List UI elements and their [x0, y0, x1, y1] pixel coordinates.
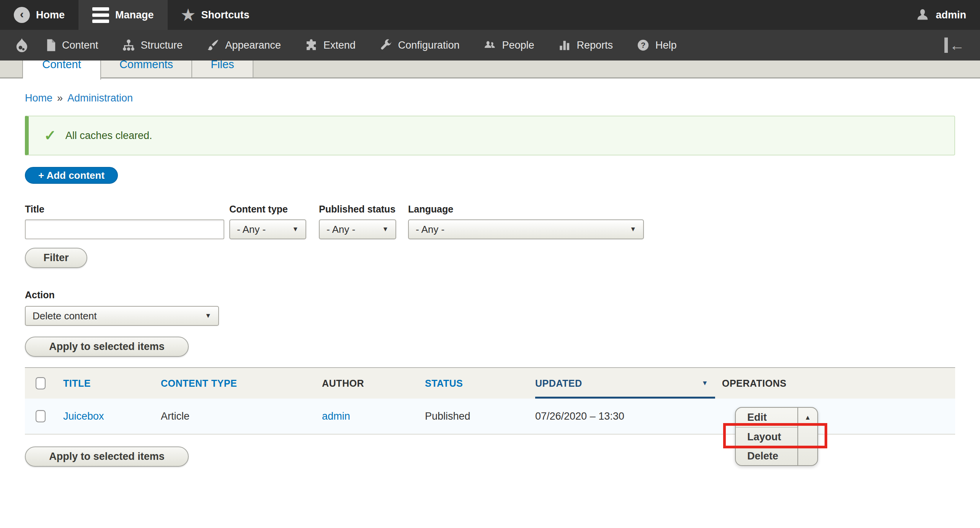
row-checkbox[interactable]: [36, 410, 46, 422]
table-header-status[interactable]: STATUS: [425, 378, 463, 389]
table-header-row: TITLE CONTENT TYPE AUTHOR STATUS UPDATED…: [25, 367, 955, 399]
menu-item-people[interactable]: People: [471, 30, 546, 60]
menu-item-label: Content: [62, 39, 98, 51]
action-label: Action: [25, 289, 955, 301]
content-type-filter-label: Content type: [229, 204, 306, 215]
apply-to-selected-button-bottom[interactable]: Apply to selected items: [25, 446, 189, 467]
tab-content[interactable]: Content: [23, 60, 101, 80]
toolbar-item-user[interactable]: admin: [901, 0, 980, 30]
menu-item-help[interactable]: ? Help: [625, 30, 689, 60]
table-header-operations: OPERATIONS: [722, 378, 786, 389]
operation-delete-button[interactable]: Delete: [736, 446, 797, 465]
menu-item-content[interactable]: Content: [34, 30, 110, 60]
tabbar-spacer: [0, 60, 23, 77]
menu-item-label: Extend: [323, 39, 356, 51]
operation-layout-button[interactable]: Layout: [736, 427, 797, 446]
menu-item-label: Appearance: [225, 39, 281, 51]
row-updated: 07/26/2020 – 13:30: [535, 410, 624, 422]
status-message: ✓ All caches cleared.: [25, 116, 955, 155]
operations-dropbutton: Edit Layout Delete ▲: [735, 407, 818, 466]
toolbar-manage-label: Manage: [115, 9, 154, 21]
title-filter-label: Title: [25, 204, 224, 215]
row-title-link[interactable]: Juicebox: [63, 410, 104, 422]
content-table: TITLE CONTENT TYPE AUTHOR STATUS UPDATED…: [25, 367, 955, 435]
row-author-link[interactable]: admin: [322, 410, 350, 422]
apply-to-selected-button-top[interactable]: Apply to selected items: [25, 337, 189, 357]
structure-sitemap-icon: [122, 39, 135, 52]
filter-form: Title Content type - Any - Published sta…: [25, 204, 955, 239]
toolbar-collapse-icon[interactable]: ←: [939, 38, 970, 53]
svg-text:?: ?: [641, 41, 645, 49]
drupal-logo-icon: [15, 37, 28, 53]
table-row: Juicebox Article admin Published 07/26/2…: [25, 399, 955, 435]
language-filter-label: Language: [408, 204, 644, 215]
row-status: Published: [425, 410, 470, 422]
toolbar-item-manage[interactable]: Manage: [78, 0, 168, 30]
menu-item-extend[interactable]: Extend: [293, 30, 368, 60]
language-select[interactable]: - Any -: [408, 219, 644, 239]
toolbar-item-shortcuts[interactable]: ★ Shortcuts: [168, 0, 263, 30]
action-select-value: Delete content: [33, 310, 97, 322]
content-file-icon: [46, 39, 56, 52]
language-select-value: - Any -: [416, 224, 444, 235]
breadcrumb-home-link[interactable]: Home: [25, 92, 52, 104]
select-all-checkbox[interactable]: [36, 377, 46, 389]
table-header-content-type[interactable]: CONTENT TYPE: [161, 378, 237, 389]
menu-item-label: Configuration: [398, 39, 460, 51]
toolbar-top: ‹ Home Manage ★ Shortcuts admin: [0, 0, 980, 30]
published-status-select[interactable]: - Any -: [319, 219, 396, 239]
toolbar-spacer: [263, 0, 901, 30]
menu-item-label: Structure: [141, 39, 183, 51]
dropbutton-toggle[interactable]: ▲: [797, 408, 817, 465]
row-content-type: Article: [161, 410, 189, 422]
content-type-select-value: - Any -: [237, 224, 266, 235]
table-header-author: AUTHOR: [322, 378, 364, 389]
username-label: admin: [936, 9, 966, 21]
toolbar-shortcuts-label: Shortcuts: [201, 9, 249, 21]
menu-item-label: People: [502, 39, 534, 51]
hamburger-menu-icon: [92, 7, 109, 23]
add-content-button[interactable]: + Add content: [25, 167, 118, 184]
breadcrumb-administration-link[interactable]: Administration: [67, 92, 133, 104]
help-question-icon: ?: [637, 39, 650, 52]
appearance-brush-icon: [206, 39, 219, 52]
content-type-select[interactable]: - Any -: [229, 219, 306, 239]
menu-item-reports[interactable]: Reports: [546, 30, 625, 60]
tab-label: Comments: [119, 60, 173, 77]
tab-label: Content: [42, 60, 81, 80]
user-icon: [915, 7, 930, 23]
admin-menu-bar: Content Structure Appearance Extend: [0, 30, 980, 60]
dropbutton-collapse-icon: ▲: [805, 414, 811, 422]
reports-chart-icon: [558, 39, 571, 52]
menu-item-label: Help: [655, 39, 677, 51]
menu-item-structure[interactable]: Structure: [110, 30, 195, 60]
table-header-updated-label: UPDATED: [535, 378, 582, 389]
menu-item-configuration[interactable]: Configuration: [368, 30, 472, 60]
operation-edit-button[interactable]: Edit: [736, 408, 797, 427]
title-filter-input[interactable]: [25, 219, 224, 239]
star-icon: ★: [181, 7, 195, 23]
toolbar-home-label: Home: [36, 9, 65, 21]
breadcrumb: Home » Administration: [25, 92, 955, 104]
back-to-site-icon: ‹: [14, 7, 30, 23]
action-select[interactable]: Delete content: [25, 306, 219, 326]
tab-label: Files: [211, 60, 234, 77]
page-tabs: Content Comments Files: [0, 60, 980, 78]
table-header-updated[interactable]: UPDATED ▼: [535, 378, 722, 389]
menu-item-appearance[interactable]: Appearance: [194, 30, 293, 60]
tab-comments[interactable]: Comments: [101, 60, 192, 77]
success-check-icon: ✓: [44, 128, 56, 143]
published-status-select-value: - Any -: [327, 224, 355, 235]
menu-item-label: Reports: [577, 39, 613, 51]
toolbar-item-home[interactable]: ‹ Home: [0, 0, 78, 30]
filter-button[interactable]: Filter: [25, 248, 87, 268]
breadcrumb-separator: »: [57, 92, 63, 104]
people-users-icon: [483, 39, 496, 52]
tab-files[interactable]: Files: [192, 60, 253, 77]
published-status-filter-label: Published status: [319, 204, 396, 215]
configuration-wrench-icon: [379, 39, 392, 52]
extend-puzzle-icon: [305, 39, 318, 52]
sort-desc-icon: ▼: [702, 379, 708, 387]
table-header-title[interactable]: TITLE: [63, 378, 91, 389]
status-message-text: All caches cleared.: [65, 130, 152, 142]
